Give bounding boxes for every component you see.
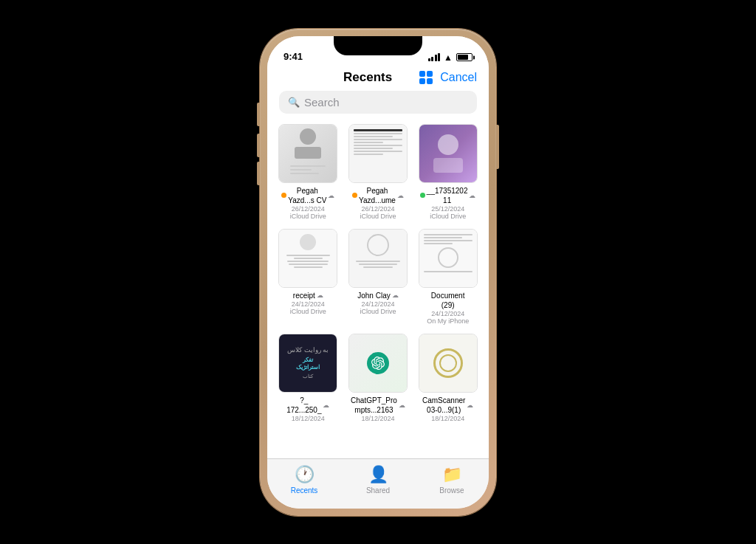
file-date: 18/12/2024 (292, 415, 325, 422)
phone-frame: 9:41 ▲ Recents (260, 29, 496, 516)
list-item[interactable]: receipt ☁ 24/12/2024 iCloud Drive (276, 229, 340, 325)
search-bar[interactable]: 🔍 Search (279, 91, 477, 114)
file-name: CamScanner03-0...9(1) (422, 396, 465, 415)
signal-icon (428, 53, 441, 61)
cloud-icon: ☁ (469, 192, 475, 199)
list-item[interactable]: Document(29) 24/12/2024 On My iPhone (416, 229, 480, 325)
file-thumbnail (348, 229, 408, 288)
list-item[interactable]: PegahYazd...ume ☁ 26/12/2024 iCloud Driv… (346, 124, 410, 220)
file-date: 26/12/2024 (361, 205, 394, 213)
tab-browse-label: Browse (439, 486, 464, 495)
file-name: ?_172...250_ (286, 396, 321, 415)
file-thumbnail (419, 229, 478, 288)
file-name: PegahYazd...s CV (288, 186, 326, 205)
phone-screen: 9:41 ▲ Recents (267, 36, 489, 509)
notch (334, 36, 422, 55)
status-dot (281, 193, 286, 198)
file-source: iCloud Drive (290, 308, 326, 315)
tab-recents[interactable]: 🕐 Recents (282, 465, 326, 495)
file-date: 24/12/2024 (361, 300, 394, 308)
files-grid: PegahYazd...s CV ☁ 26/12/2024 iCloud Dri… (276, 124, 480, 430)
file-date: 18/12/2024 (431, 415, 464, 422)
list-item[interactable]: John Clay ☁ 24/12/2024 iCloud Drive (346, 229, 410, 325)
file-date: 24/12/2024 (292, 300, 325, 308)
list-item[interactable]: __1735120211 ☁ 25/12/2024 iCloud Drive (416, 124, 480, 220)
cloud-icon: ☁ (467, 402, 473, 409)
file-date: 24/12/2024 (431, 310, 464, 317)
recents-icon: 🕐 (295, 465, 315, 484)
file-thumbnail (348, 124, 408, 183)
file-name: PegahYazd...ume (359, 186, 396, 205)
list-item[interactable]: PegahYazd...s CV ☁ 26/12/2024 iCloud Dri… (276, 124, 340, 220)
cloud-icon: ☁ (399, 402, 405, 409)
list-item[interactable]: ChatGPT_Prompts...2163 ☁ 18/12/2024 (346, 334, 410, 422)
file-thumbnail (419, 334, 478, 393)
list-item[interactable]: به روایت کلاس تفکراستراتژیک کتاب ?_172..… (276, 334, 340, 422)
files-scroll[interactable]: PegahYazd...s CV ☁ 26/12/2024 iCloud Dri… (267, 121, 489, 458)
file-date: 26/12/2024 (292, 205, 325, 213)
file-name: Document(29) (431, 291, 465, 310)
status-dot (420, 193, 425, 198)
shared-icon: 👤 (368, 465, 388, 484)
status-icons: ▲ (428, 52, 472, 63)
file-thumbnail (419, 124, 478, 183)
browse-icon: 📁 (442, 465, 462, 484)
file-date: 18/12/2024 (361, 415, 394, 422)
wifi-icon: ▲ (444, 52, 453, 63)
status-time: 9:41 (284, 51, 303, 63)
cloud-icon: ☁ (317, 292, 323, 299)
file-source: iCloud Drive (360, 308, 396, 315)
file-name: John Clay (357, 291, 390, 300)
grid-icon (419, 71, 433, 84)
tab-bar: 🕐 Recents 👤 Shared 📁 Browse (267, 458, 489, 509)
file-name: __1735120211 (427, 186, 468, 205)
list-item[interactable]: CamScanner03-0...9(1) ☁ 18/12/2024 (416, 334, 480, 422)
file-source: iCloud Drive (430, 213, 466, 220)
cloud-icon: ☁ (328, 192, 334, 199)
search-container: 🔍 Search (267, 91, 489, 121)
cloud-icon: ☁ (397, 192, 404, 199)
cloud-icon: ☁ (323, 402, 329, 409)
file-thumbnail: به روایت کلاس تفکراستراتژیک کتاب (278, 334, 337, 393)
file-thumbnail (278, 124, 337, 183)
status-dot (352, 193, 357, 198)
tab-shared-label: Shared (366, 486, 390, 495)
cancel-button[interactable]: Cancel (440, 71, 477, 84)
file-source: On My iPhone (427, 317, 469, 325)
file-thumbnail (348, 334, 408, 393)
file-name: receipt (293, 291, 315, 300)
file-thumbnail (278, 229, 337, 288)
tab-browse[interactable]: 📁 Browse (430, 465, 474, 495)
grid-view-button[interactable] (419, 71, 433, 84)
file-source: iCloud Drive (360, 213, 396, 220)
tab-shared[interactable]: 👤 Shared (356, 465, 400, 495)
nav-bar: Recents Cancel (267, 67, 489, 91)
search-placeholder: Search (304, 96, 340, 109)
nav-title: Recents (343, 70, 392, 85)
file-source: iCloud Drive (290, 213, 326, 220)
battery-icon (456, 53, 472, 61)
cloud-icon: ☁ (392, 292, 399, 299)
file-name: ChatGPT_Prompts...2163 (351, 396, 397, 415)
tab-recents-label: Recents (291, 486, 318, 495)
search-icon: 🔍 (288, 97, 300, 108)
file-date: 25/12/2024 (431, 205, 464, 213)
